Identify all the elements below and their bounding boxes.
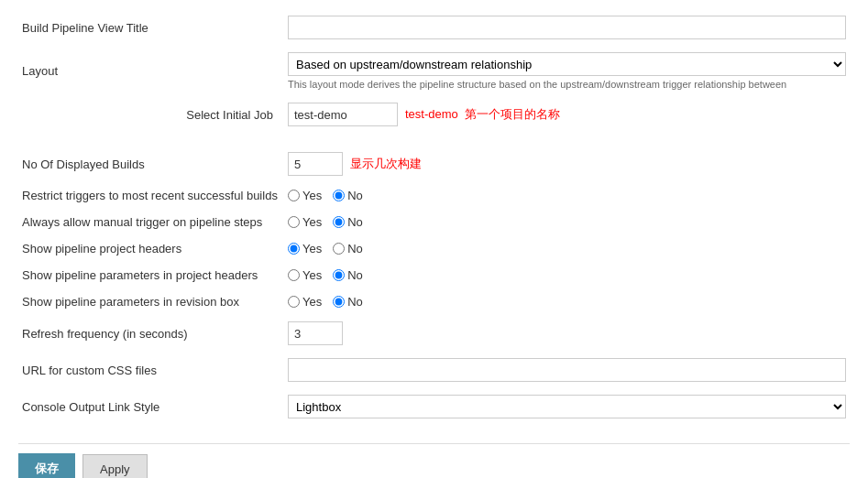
layout-row: Layout Based on upstream/downstream rela…: [18, 46, 850, 96]
initial-job-hint: test-demo 第一个项目的名称: [405, 106, 560, 123]
layout-help-text: This layout mode derives the pipeline st…: [288, 79, 846, 90]
show-params-headers-yes-label[interactable]: Yes: [288, 268, 322, 282]
restrict-triggers-yes-label[interactable]: Yes: [288, 189, 322, 202]
show-project-headers-radio-group: Yes No: [288, 242, 846, 255]
show-project-headers-row: Show pipeline project headers Yes No: [18, 235, 850, 262]
no-of-builds-input[interactable]: [288, 152, 343, 176]
custom-css-input[interactable]: [288, 358, 846, 382]
restrict-triggers-radio-group: Yes No: [288, 189, 846, 202]
show-params-headers-no-text: No: [347, 268, 363, 282]
show-project-headers-yes-label[interactable]: Yes: [288, 242, 322, 255]
build-pipeline-title-input[interactable]: [288, 16, 846, 39]
custom-css-label: URL for custom CSS files: [18, 352, 284, 388]
restrict-triggers-no-label[interactable]: No: [333, 189, 363, 202]
restrict-triggers-yes-radio[interactable]: [288, 190, 300, 201]
initial-job-input-wrap: test-demo 第一个项目的名称: [288, 103, 846, 126]
always-allow-manual-yes-text: Yes: [302, 215, 322, 229]
initial-job-label: Select Initial Job: [186, 108, 280, 122]
no-of-builds-wrap: 显示几次构建: [288, 152, 846, 176]
no-of-builds-hint: 显示几次构建: [350, 156, 422, 172]
refresh-frequency-input[interactable]: [288, 321, 343, 345]
build-pipeline-title-label: Build Pipeline View Title: [18, 9, 284, 46]
always-allow-manual-no-label[interactable]: No: [333, 215, 363, 229]
show-params-revision-row: Show pipeline parameters in revision box…: [18, 288, 850, 315]
refresh-frequency-label: Refresh frequency (in seconds): [18, 315, 284, 352]
initial-job-value: test-demo: [405, 107, 458, 121]
layout-label: Layout: [18, 46, 284, 96]
always-allow-manual-yes-radio[interactable]: [288, 216, 300, 228]
show-params-revision-label: Show pipeline parameters in revision box: [18, 288, 284, 315]
always-allow-manual-no-text: No: [347, 215, 363, 229]
show-params-headers-radio-group: Yes No: [288, 268, 846, 282]
show-project-headers-label: Show pipeline project headers: [18, 235, 284, 262]
layout-select[interactable]: Based on upstream/downstream relationshi…: [288, 52, 846, 76]
settings-form: Build Pipeline View Title Layout Based o…: [18, 9, 850, 425]
show-params-revision-yes-label[interactable]: Yes: [288, 295, 322, 309]
show-project-headers-yes-text: Yes: [302, 242, 322, 255]
layout-select-wrap: Based on upstream/downstream relationshi…: [288, 52, 846, 90]
always-allow-manual-radio-group: Yes No: [288, 215, 846, 229]
show-project-headers-no-text: No: [347, 242, 363, 255]
spacer-row: [18, 133, 850, 146]
footer-bar: 保存 Apply: [18, 443, 850, 478]
show-params-revision-no-label[interactable]: No: [333, 295, 363, 309]
show-params-headers-yes-text: Yes: [302, 268, 322, 282]
save-button[interactable]: 保存: [18, 453, 75, 478]
show-params-revision-yes-radio[interactable]: [288, 296, 300, 308]
console-output-label: Console Output Link Style: [18, 388, 284, 425]
console-output-select[interactable]: Lightbox This New Window: [288, 395, 846, 418]
show-params-headers-no-label[interactable]: No: [333, 268, 363, 282]
restrict-triggers-label: Restrict triggers to most recent success…: [18, 182, 284, 209]
page-container: Build Pipeline View Title Layout Based o…: [0, 0, 868, 478]
custom-css-row: URL for custom CSS files: [18, 352, 850, 388]
no-of-builds-label: No Of Displayed Builds: [18, 146, 284, 182]
show-params-revision-radio-group: Yes No: [288, 295, 846, 309]
initial-job-hint-text: 第一个项目的名称: [465, 107, 560, 121]
initial-job-label-cell: Select Initial Job: [18, 96, 284, 133]
restrict-triggers-yes-text: Yes: [302, 189, 322, 202]
show-params-headers-no-radio[interactable]: [333, 269, 345, 281]
show-params-revision-no-radio[interactable]: [333, 296, 345, 308]
restrict-triggers-row: Restrict triggers to most recent success…: [18, 182, 850, 209]
always-allow-manual-label: Always allow manual trigger on pipeline …: [18, 209, 284, 235]
show-params-revision-no-text: No: [347, 295, 363, 309]
initial-job-input[interactable]: [288, 103, 398, 126]
refresh-frequency-row: Refresh frequency (in seconds): [18, 315, 850, 352]
initial-job-row: Select Initial Job test-demo 第一个项目的名称: [18, 96, 850, 133]
build-pipeline-title-row: Build Pipeline View Title: [18, 9, 850, 46]
restrict-triggers-no-text: No: [347, 189, 363, 202]
show-project-headers-no-radio[interactable]: [333, 243, 345, 255]
show-params-headers-label: Show pipeline parameters in project head…: [18, 262, 284, 288]
console-output-row: Console Output Link Style Lightbox This …: [18, 388, 850, 425]
show-params-revision-yes-text: Yes: [302, 295, 322, 309]
always-allow-manual-no-radio[interactable]: [333, 216, 345, 228]
show-project-headers-no-label[interactable]: No: [333, 242, 363, 255]
show-params-headers-yes-radio[interactable]: [288, 269, 300, 281]
always-allow-manual-yes-label[interactable]: Yes: [288, 215, 322, 229]
always-allow-manual-row: Always allow manual trigger on pipeline …: [18, 209, 850, 235]
show-params-headers-row: Show pipeline parameters in project head…: [18, 262, 850, 288]
no-of-builds-row: No Of Displayed Builds 显示几次构建: [18, 146, 850, 182]
show-project-headers-yes-radio[interactable]: [288, 243, 300, 255]
apply-button[interactable]: Apply: [82, 454, 148, 479]
restrict-triggers-no-radio[interactable]: [333, 190, 345, 201]
